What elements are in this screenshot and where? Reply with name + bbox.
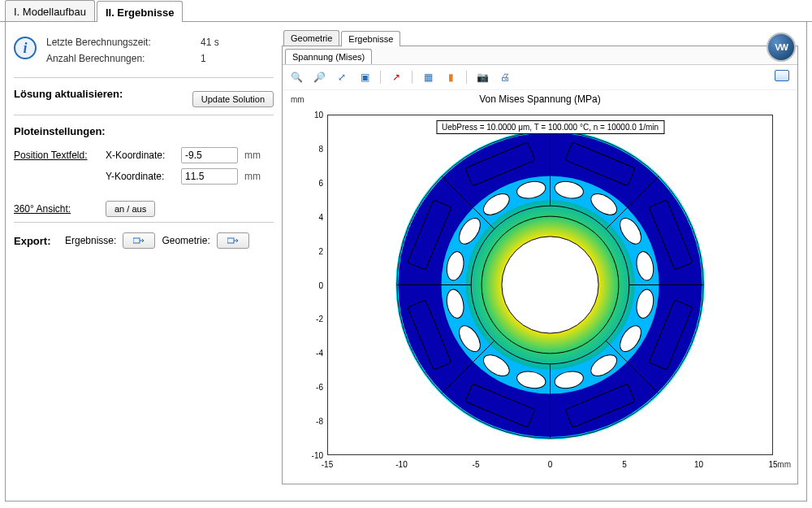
window-toggle-icon[interactable]	[775, 70, 789, 81]
calc-count-label: Anzahl Berechnungen:	[46, 53, 192, 64]
y-coord-input[interactable]	[181, 168, 238, 185]
y-tick: 4	[307, 212, 323, 221]
x-tick: 5	[622, 460, 627, 469]
export-icon	[227, 237, 239, 245]
export-label: Export:	[14, 235, 58, 247]
axis-icon[interactable]: ↗	[389, 70, 404, 85]
view-360-label: 360° Ansicht:	[14, 203, 99, 215]
y-tick: -2	[307, 315, 323, 323]
y-tick: -6	[307, 383, 323, 392]
plot-toolbar: 🔍 🔎 ⤢ ▣ ↗ ▦ ▮ 📷 🖨	[283, 65, 797, 90]
pos-textfield-label: Position Textfeld:	[14, 150, 99, 161]
x-tick: 0	[548, 460, 553, 469]
right-panel: Geometrie Ergebnisse Spannung (Mises) 🔍 …	[282, 30, 798, 493]
x-tick: -10	[395, 460, 407, 469]
x-tick: -15	[322, 460, 333, 469]
chart-canvas[interactable]: UebPress = 10.0000 μm, T = 100.000 °C, n…	[327, 115, 773, 455]
info-icon: i	[14, 37, 37, 59]
export-results-button[interactable]	[123, 232, 155, 249]
plot-settings-title: Ploteinstellungen:	[14, 125, 274, 137]
camera-icon[interactable]: 📷	[475, 70, 490, 85]
x-coord-input[interactable]	[181, 147, 238, 163]
x-unit: mm	[244, 150, 261, 161]
y-tick: 0	[307, 280, 323, 289]
y-tick: 2	[307, 246, 323, 255]
grid-icon[interactable]: ▦	[421, 70, 435, 85]
plot-area: Von Mises Spannung (MPa) mm mm	[283, 90, 797, 484]
svg-rect-1	[227, 238, 234, 243]
y-tick: 8	[307, 144, 323, 153]
y-tick: -10	[307, 451, 323, 460]
y-coord-label: Y-Koordinate:	[106, 171, 175, 182]
calc-time-label: Letzte Berechnungszeit:	[46, 37, 192, 48]
svg-point-5	[502, 237, 598, 333]
subtab-geometry[interactable]: Geometrie	[283, 30, 339, 46]
calc-time-value: 41 s	[201, 37, 249, 48]
x-tick: 10	[694, 460, 703, 469]
y-tick: 10	[307, 111, 323, 119]
y-tick: 6	[307, 178, 323, 187]
print-icon[interactable]: 🖨	[498, 70, 512, 85]
x-coord-label: X-Koordinate:	[106, 150, 175, 161]
zoom-in-icon[interactable]: 🔍	[289, 70, 304, 85]
subtab-results[interactable]: Ergebnisse	[341, 31, 400, 46]
export-geom-button[interactable]	[217, 232, 249, 249]
toggle-360-button[interactable]: an / aus	[106, 201, 155, 217]
select-icon[interactable]: ▮	[443, 70, 458, 85]
solution-title: Lösung aktualisieren:	[14, 88, 123, 100]
zoom-box-icon[interactable]: ▣	[357, 70, 372, 85]
vw-logo: VW	[767, 33, 796, 62]
update-solution-button[interactable]: Update Solution	[192, 91, 274, 107]
x-tick: -5	[473, 460, 480, 469]
calc-count-value: 1	[201, 53, 249, 64]
y-tick: -8	[307, 417, 323, 426]
y-axis-unit: mm	[291, 95, 304, 104]
x-axis-unit: mm	[777, 460, 791, 469]
y-tick: -4	[307, 349, 323, 358]
zoom-fit-icon[interactable]: ⤢	[335, 70, 349, 85]
x-tick: 15	[768, 460, 777, 469]
left-panel: i Letzte Berechnungszeit: 41 s Anzahl Be…	[14, 30, 274, 493]
y-unit: mm	[244, 171, 261, 182]
zoom-out-icon[interactable]: 🔎	[312, 70, 326, 85]
export-results-label: Ergebnisse:	[65, 235, 116, 246]
tab-model[interactable]: I. Modellaufbau	[5, 0, 95, 21]
svg-rect-0	[133, 238, 140, 243]
export-geom-label: Geometrie:	[162, 235, 209, 246]
tab-results[interactable]: II. Ergebnisse	[97, 1, 184, 22]
export-icon	[133, 237, 145, 245]
mises-plot	[328, 115, 772, 454]
plot-subtab-mises[interactable]: Spannung (Mises)	[285, 49, 372, 64]
plot-title: Von Mises Spannung (MPa)	[283, 90, 797, 108]
plot-annotation: UebPress = 10.0000 μm, T = 100.000 °C, n…	[436, 120, 664, 134]
